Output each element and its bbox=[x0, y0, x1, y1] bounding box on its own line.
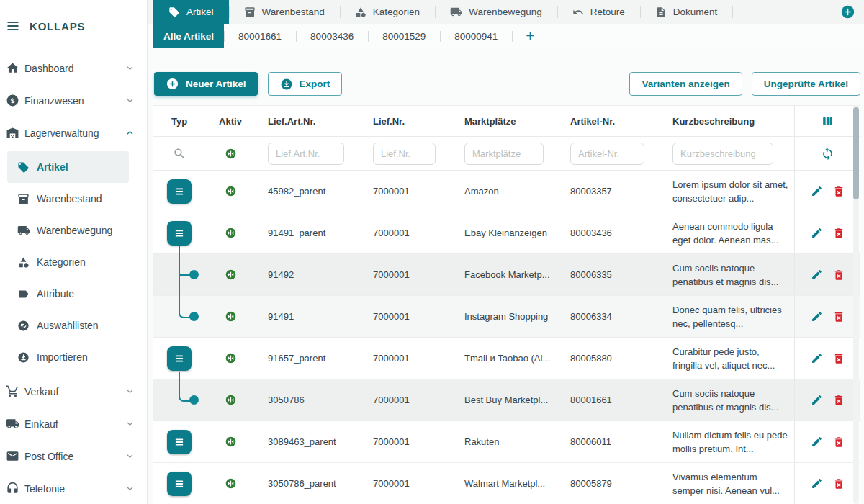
article-type-icon[interactable] bbox=[167, 221, 192, 246]
sidebar-item-dashboard[interactable]: Dashboard bbox=[0, 52, 147, 84]
delete-icon[interactable] bbox=[832, 352, 845, 365]
edit-icon[interactable] bbox=[811, 310, 823, 323]
subtab-alle-artikel[interactable]: Alle Artikel bbox=[153, 24, 224, 48]
sidebar-item-lagerverwaltung[interactable]: Lagerverwaltung bbox=[0, 117, 147, 149]
filter-lief-nr-input[interactable] bbox=[373, 143, 436, 165]
subtab-article[interactable]: 80003436 bbox=[296, 24, 368, 48]
active-status-icon bbox=[225, 436, 237, 448]
table-row-child[interactable]: 3050786 7000001 Best Buy Marketpl... 800… bbox=[153, 379, 860, 421]
toolbar: Neuer Artikel Export Varianten anzeigen … bbox=[154, 72, 860, 96]
sidebar-item-kategorien[interactable]: Kategorien bbox=[7, 246, 129, 278]
table-row[interactable]: 3089463_parent 7000001 Rakuten 80006011 … bbox=[153, 421, 860, 463]
edit-icon[interactable] bbox=[811, 394, 823, 406]
tab-artikel[interactable]: Artikel bbox=[153, 0, 229, 24]
sidebar-item-warenbestand[interactable]: Warenbestand bbox=[7, 183, 129, 215]
scrollbar-thumb[interactable] bbox=[853, 107, 859, 199]
truck-icon bbox=[6, 417, 19, 431]
delete-icon[interactable] bbox=[832, 310, 845, 323]
show-variants-button[interactable]: Varianten anzeigen bbox=[629, 72, 742, 96]
sidebar-item-warenbewegung[interactable]: Warenbewegung bbox=[7, 215, 129, 246]
active-filter-icon[interactable] bbox=[225, 148, 237, 160]
menu-icon[interactable] bbox=[6, 19, 20, 33]
article-type-icon[interactable] bbox=[167, 346, 192, 371]
sidebar-item-auswahllisten[interactable]: Auswahllisten bbox=[7, 310, 129, 341]
sidebar-item-telefonie[interactable]: Telefonie bbox=[0, 472, 147, 504]
tag-icon bbox=[168, 6, 180, 18]
filter-artikel-nr-input[interactable] bbox=[570, 143, 644, 165]
table-row-child[interactable]: 91492 7000001 Facebook Marketp... 800063… bbox=[153, 254, 860, 296]
edit-icon[interactable] bbox=[811, 436, 823, 448]
truck-icon bbox=[450, 6, 462, 18]
subtab-article[interactable]: 80001661 bbox=[224, 24, 296, 48]
tree-node-dot bbox=[189, 270, 199, 279]
add-tab-button[interactable] bbox=[840, 4, 855, 19]
delete-icon[interactable] bbox=[832, 269, 845, 282]
artikel-nr-cell: 80005879 bbox=[560, 463, 665, 504]
marktplatz-cell: Amazon bbox=[456, 171, 560, 212]
delete-icon[interactable] bbox=[832, 436, 845, 449]
sidebar-item-einkauf[interactable]: Einkauf bbox=[0, 408, 147, 440]
add-article-tab-button[interactable]: + bbox=[512, 24, 548, 48]
tree-node-dot bbox=[189, 312, 199, 321]
lief-art-nr-cell: 3050786 bbox=[256, 379, 362, 420]
lief-art-nr-cell: 45982_parent bbox=[256, 171, 362, 212]
sidebar-item-importieren[interactable]: Importieren bbox=[7, 341, 129, 373]
marktplatz-cell: Rakuten bbox=[456, 421, 560, 462]
filter-lief-art-nr-input[interactable] bbox=[268, 143, 344, 165]
article-type-icon[interactable] bbox=[167, 179, 192, 204]
marktplatz-cell: Ebay Kleinanzeigen bbox=[456, 212, 560, 253]
cart-icon bbox=[6, 384, 19, 398]
column-header-lief-art-nr: Lief.Art.Nr. bbox=[256, 106, 362, 136]
logo-row: KOLLAPS bbox=[0, 0, 147, 52]
filter-kurzbeschreibung-input[interactable] bbox=[672, 143, 773, 165]
table-row-child[interactable]: 91491 7000001 Instagram Shopping 8000633… bbox=[153, 296, 860, 338]
kurzbeschreibung-cell: Donec quam felis, ultricies nec, pellent… bbox=[665, 296, 794, 337]
delete-icon[interactable] bbox=[832, 394, 845, 407]
column-header-artikel-nr: Artikel-Nr. bbox=[560, 106, 665, 136]
sidebar-item-post-office[interactable]: Post Office bbox=[0, 440, 147, 472]
subtab-article[interactable]: 80000941 bbox=[440, 24, 512, 48]
column-header-typ: Typ bbox=[153, 106, 205, 136]
edit-icon[interactable] bbox=[811, 269, 823, 281]
lief-art-nr-cell: 91657_parent bbox=[256, 338, 362, 379]
sidebar-item-attribute[interactable]: Attribute bbox=[7, 278, 129, 310]
tab-retoure[interactable]: Retoure bbox=[557, 0, 640, 24]
lief-nr-cell: 7000001 bbox=[362, 296, 456, 337]
unverified-articles-button[interactable]: Ungeprüfte Artikel bbox=[752, 72, 860, 96]
tab-dokument[interactable]: Dokument bbox=[640, 0, 733, 24]
refresh-icon[interactable] bbox=[821, 147, 834, 161]
active-status-icon bbox=[225, 394, 237, 406]
edit-icon[interactable] bbox=[811, 477, 823, 490]
sidebar-item-artikel[interactable]: Artikel bbox=[7, 151, 129, 183]
new-article-button[interactable]: Neuer Artikel bbox=[154, 72, 258, 96]
sidebar-item-verkauf[interactable]: Verkauf bbox=[0, 375, 147, 408]
subtab-article[interactable]: 80001529 bbox=[368, 24, 440, 48]
tab-warenbestand[interactable]: Warenbestand bbox=[229, 0, 340, 24]
article-type-icon[interactable] bbox=[167, 430, 192, 454]
filter-marktplaetze-input[interactable] bbox=[464, 143, 544, 165]
tab-divider bbox=[732, 6, 733, 18]
active-status-icon bbox=[225, 477, 237, 490]
artikel-nr-cell: 80006334 bbox=[560, 296, 665, 337]
inventory-box-icon bbox=[17, 193, 30, 205]
app-logo: KOLLAPS bbox=[30, 20, 85, 32]
headset-icon bbox=[6, 482, 19, 495]
tab-warenbewegung[interactable]: Warenbewegung bbox=[435, 0, 557, 24]
delete-icon[interactable] bbox=[832, 477, 845, 490]
table-row[interactable]: 91657_parent 7000001 Tmall и Taobao (Al.… bbox=[153, 338, 860, 379]
article-type-icon[interactable] bbox=[167, 472, 192, 496]
marktplatz-cell: Facebook Marketp... bbox=[456, 254, 560, 295]
edit-icon[interactable] bbox=[811, 352, 823, 364]
table-row[interactable]: 3050786_parent 7000001 Walmart Marketpl.… bbox=[153, 463, 860, 504]
table-row[interactable]: 45982_parent 7000001 Amazon 80003357 Lor… bbox=[153, 171, 860, 212]
return-icon bbox=[572, 6, 584, 18]
edit-icon[interactable] bbox=[811, 185, 823, 197]
columns-icon[interactable] bbox=[821, 114, 834, 128]
edit-icon[interactable] bbox=[811, 227, 823, 239]
sidebar-item-finanzwesen[interactable]: Finanzwesen bbox=[0, 84, 147, 117]
tab-kategorien[interactable]: Kategorien bbox=[340, 0, 435, 24]
table-row[interactable]: 91491_parent 7000001 Ebay Kleinanzeigen … bbox=[153, 212, 860, 254]
export-button[interactable]: Export bbox=[268, 72, 343, 96]
delete-icon[interactable] bbox=[832, 185, 845, 198]
delete-icon[interactable] bbox=[832, 227, 845, 240]
